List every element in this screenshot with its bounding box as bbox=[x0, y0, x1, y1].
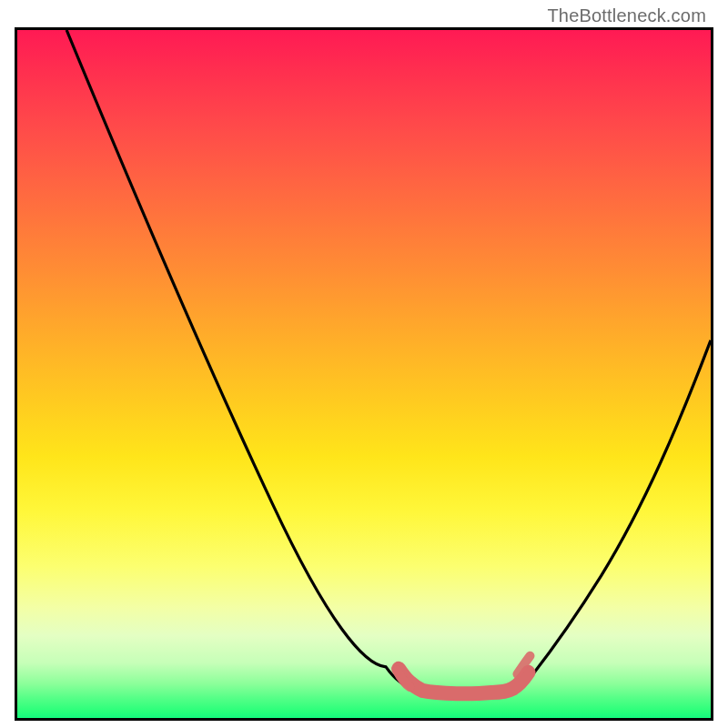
plot-frame bbox=[15, 27, 713, 721]
watermark-text: TheBottleneck.com bbox=[547, 5, 706, 26]
chart-svg bbox=[17, 30, 711, 718]
optimal-band-marker bbox=[399, 669, 528, 693]
chart-container: TheBottleneck.com bbox=[0, 0, 728, 728]
bottleneck-curve-line bbox=[66, 30, 711, 694]
